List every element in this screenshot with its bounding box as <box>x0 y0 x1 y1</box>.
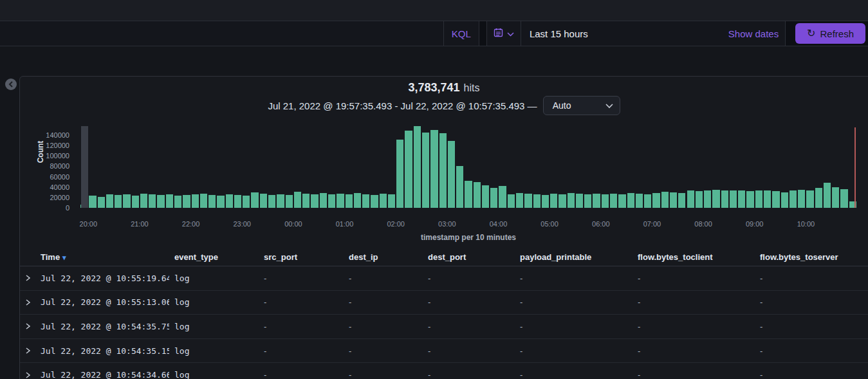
sort-desc-icon: ▾ <box>62 254 66 261</box>
x-axis-title: timestamp per 10 minutes <box>80 233 857 242</box>
cell-flow.bytes_toserver: - <box>755 346 868 356</box>
histogram-bar <box>404 131 412 208</box>
histogram-bar <box>687 190 695 208</box>
expand-row-button[interactable] <box>20 322 37 330</box>
x-tick-label: 08:00 <box>687 220 719 228</box>
cell-payload_printable: - <box>515 273 633 283</box>
cell-payload_printable: - <box>515 322 633 331</box>
query-box: KQL <box>0 21 479 46</box>
cell-src_port: - <box>259 346 344 356</box>
partial-bucket-anchor-bar <box>81 126 88 208</box>
histogram-bar <box>755 190 763 208</box>
histogram-bar <box>413 126 421 208</box>
histogram-bar <box>524 194 532 208</box>
x-tick-label: 10:00 <box>790 220 822 228</box>
histogram-bar <box>242 196 250 208</box>
histogram-bar <box>182 195 190 208</box>
histogram-bar <box>840 189 848 208</box>
column-header-flow.bytes_toserver[interactable]: flow.bytes_toserver <box>755 252 868 262</box>
column-header-time[interactable]: Time▾ <box>37 252 169 262</box>
x-tick-label: 05:00 <box>533 220 566 228</box>
cell-dest_port: - <box>423 273 515 283</box>
histogram-bar <box>789 190 797 208</box>
histogram-bar <box>661 192 669 208</box>
x-tick-label: 06:00 <box>585 220 617 228</box>
cell-time: Jul 22, 2022 @ 10:55:13.062 <box>37 297 169 307</box>
x-tick-label: 23:00 <box>226 220 258 228</box>
expand-row-button[interactable] <box>20 347 37 355</box>
histogram-bar <box>549 194 558 208</box>
histogram-bar <box>285 195 293 208</box>
x-tick-label: 00:00 <box>277 220 309 228</box>
histogram-bar <box>643 194 652 208</box>
histogram-bar <box>156 195 165 208</box>
time-range-display[interactable]: Last 15 hours <box>521 28 728 39</box>
kql-language-button[interactable]: KQL <box>443 21 479 46</box>
y-tick-label: 40000 <box>30 183 69 191</box>
chevron-right-icon <box>25 371 31 379</box>
x-tick-label: 01:00 <box>329 220 361 228</box>
histogram-bar <box>225 194 234 208</box>
histogram-bar <box>319 193 328 208</box>
histogram-bar <box>148 194 156 208</box>
histogram-bar <box>498 186 506 208</box>
collapse-sidebar-button[interactable] <box>5 79 17 90</box>
y-tick-label: 140000 <box>30 131 69 139</box>
column-header-src_port[interactable]: src_port <box>259 252 344 262</box>
histogram-bar <box>618 194 626 208</box>
expand-row-button[interactable] <box>20 299 37 306</box>
cell-src_port: - <box>259 297 344 307</box>
column-header-event_type[interactable]: event_type <box>169 252 259 262</box>
query-input[interactable] <box>0 21 443 46</box>
cell-flow.bytes_toclient: - <box>633 346 755 356</box>
histogram-bar <box>592 194 600 208</box>
show-dates-link[interactable]: Show dates <box>728 28 785 39</box>
calendar-icon <box>494 28 503 40</box>
histogram-bar <box>737 190 746 208</box>
app-chrome-strip <box>0 0 868 21</box>
cell-dest_port: - <box>423 346 515 356</box>
histogram-bar <box>669 192 678 208</box>
discover-main-panel: 3,783,741hits Jul 21, 2022 @ 19:57:35.49… <box>19 76 868 379</box>
cell-time: Jul 22, 2022 @ 10:54:35.758 <box>37 322 169 331</box>
histogram-bar <box>216 196 225 208</box>
histogram-bar <box>507 194 515 208</box>
histogram-bar <box>695 191 703 208</box>
histogram-bar <box>379 194 387 208</box>
expand-row-button[interactable] <box>20 274 37 282</box>
histogram-chart: Count 0200004000060000800001000001200001… <box>20 77 868 244</box>
histogram-bar <box>328 194 336 208</box>
chevron-right-icon <box>25 347 31 355</box>
table-row: Jul 22, 2022 @ 10:54:35.758log------ <box>20 315 868 339</box>
histogram-bar <box>567 193 575 208</box>
date-picker: Last 15 hours Show dates <box>486 21 786 46</box>
histogram-bar <box>823 183 831 208</box>
refresh-icon: ↻ <box>807 28 815 39</box>
cell-dest_ip: - <box>344 346 423 356</box>
histogram-bar <box>208 195 216 208</box>
cell-event_type: log <box>169 297 259 307</box>
column-header-payload_printable[interactable]: payload_printable <box>515 252 633 262</box>
column-header-dest_port[interactable]: dest_port <box>423 252 515 262</box>
histogram-bar <box>806 190 814 208</box>
refresh-button[interactable]: ↻ Refresh <box>795 23 865 44</box>
histogram-bar <box>721 190 729 208</box>
histogram-bar <box>353 193 362 208</box>
histogram-bar <box>370 195 378 208</box>
table-header-row: Time▾event_typesrc_portdest_ipdest_portp… <box>20 248 868 266</box>
column-header-dest_ip[interactable]: dest_ip <box>344 252 423 262</box>
column-header-flow.bytes_toclient[interactable]: flow.bytes_toclient <box>633 252 755 262</box>
expand-row-button[interactable] <box>20 371 37 379</box>
histogram-plot-area[interactable] <box>80 121 857 208</box>
current-time-marker <box>854 127 856 208</box>
histogram-bar <box>114 195 122 208</box>
histogram-bar <box>490 188 498 208</box>
cell-flow.bytes_toserver: - <box>755 297 868 307</box>
histogram-bar <box>533 194 541 208</box>
table-row: Jul 22, 2022 @ 10:54:34.663log------ <box>20 363 868 379</box>
histogram-bar <box>421 133 430 208</box>
x-tick-label: 09:00 <box>739 220 771 228</box>
cell-payload_printable: - <box>515 370 633 379</box>
calendar-menu-button[interactable] <box>487 21 521 46</box>
cell-dest_port: - <box>423 322 515 331</box>
